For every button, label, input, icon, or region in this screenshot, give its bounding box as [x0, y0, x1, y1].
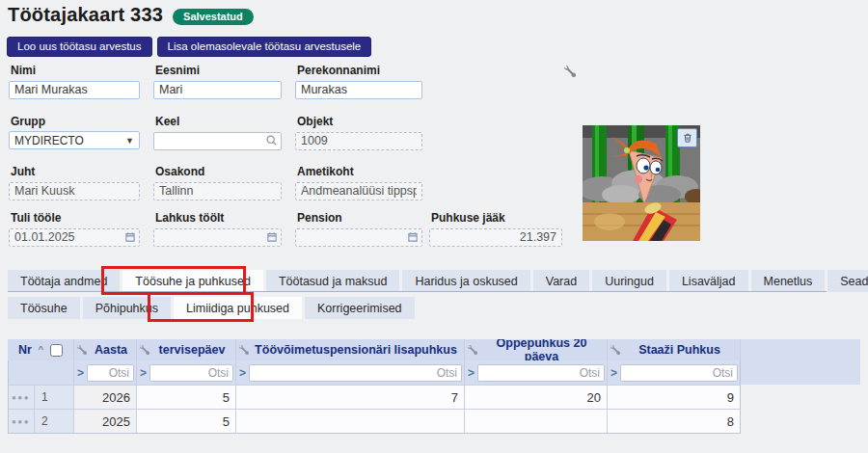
tab-tootaja-andmed[interactable]: Töötaja andmed [8, 270, 120, 292]
tab-seadistused[interactable]: Seadistused [827, 270, 868, 292]
grupp-selected-value: MYDIRECTO [14, 134, 84, 147]
column-label-oppepuhkus: Õppepuhkus 20 päeva [479, 339, 604, 360]
subtab-limiidiga-puhkused[interactable]: Limiidiga puhkused [174, 297, 302, 319]
subtab-korrigeerimised[interactable]: Korrigeerimised [305, 297, 415, 319]
cell-staazi-puhkus[interactable]: 8 [608, 410, 741, 433]
cell-toovoimetus[interactable] [236, 410, 465, 433]
sub-tab-bar: Töösuhe Põhipuhkus Limiidiga puhkused Ko… [8, 297, 415, 319]
field-keel-label: Keel [155, 115, 282, 128]
nr-column-label: Nr [18, 343, 32, 357]
employee-card-page: Töötajakaart 333 Salvestatud Loo uus töö… [0, 0, 868, 453]
lahkus-toolt-input[interactable] [153, 228, 282, 247]
filter-input-toovoimetus[interactable] [249, 364, 462, 382]
ametikoht-input [295, 182, 422, 200]
perekonnanimi-input[interactable] [295, 81, 422, 99]
page-header: Töötajakaart 333 Salvestatud [8, 4, 254, 26]
cell-oppepuhkus[interactable] [465, 410, 608, 433]
magnifier-icon [265, 134, 278, 147]
field-nimi: Nimi [9, 64, 140, 99]
row-menu-cell: ●●● [8, 410, 35, 433]
field-nimi-label: Nimi [11, 64, 140, 77]
field-objekt: Objekt [295, 115, 422, 150]
create-payroll-button[interactable]: Loo uus töötasu arvestus [7, 37, 152, 57]
header-staazi-puhkus[interactable]: Staaži Puhkus [608, 339, 741, 360]
column-label-aasta: Aasta [89, 343, 133, 357]
field-perekonnanimi-label: Perekonnanimi [297, 64, 422, 77]
table-row: ●●● 1 2026 5 7 20 9 [8, 385, 741, 409]
wrench-icon[interactable] [239, 345, 249, 355]
tab-lisavaljad[interactable]: Lisaväljad [669, 270, 748, 292]
field-osakond: Osakond [153, 165, 282, 200]
eesnimi-input[interactable] [153, 81, 282, 99]
field-lahkus-toolt: Lahkus töölt [153, 211, 282, 247]
tab-menetlus[interactable]: Menetlus [751, 270, 826, 292]
tab-tootasud-ja-maksud[interactable]: Töötasud ja maksud [266, 270, 400, 292]
vacation-limits-table: Nr ^ Aasta tervisepäev Töövõimetuspensio… [8, 339, 741, 433]
cell-aasta[interactable]: 2026 [74, 386, 137, 409]
tuli-toole-input[interactable] [9, 228, 140, 247]
table-row: ●●● 2 2025 5 8 [8, 409, 741, 433]
tab-uuringud[interactable]: Uuringud [592, 270, 666, 292]
filter-oppepuhkus-cell: > [465, 360, 608, 385]
wrench-icon[interactable] [140, 345, 149, 355]
header-toovoimetus[interactable]: Töövõimetuspensionäri lisapuhkus [236, 339, 465, 360]
row-menu-cell: ●●● [8, 386, 35, 409]
filter-nr-cell [8, 360, 74, 385]
header-aasta[interactable]: Aasta [74, 339, 137, 360]
chevron-right-icon[interactable]: > [238, 366, 247, 380]
tab-haridus-ja-oskused[interactable]: Haridus ja oskused [402, 270, 529, 292]
chevron-right-icon[interactable]: > [467, 366, 475, 380]
delete-photo-button[interactable] [677, 128, 697, 147]
caret-up-icon[interactable]: ^ [39, 345, 43, 356]
wrench-icon[interactable] [610, 345, 620, 355]
filter-input-staazi[interactable] [620, 364, 738, 382]
wrench-icon[interactable] [468, 345, 477, 355]
wrench-icon[interactable] [77, 345, 87, 355]
tab-bar-divider [8, 291, 827, 292]
action-button-row: Loo uus töötasu arvestus Lisa olemasolev… [7, 37, 371, 57]
field-keel: Keel [153, 115, 282, 150]
cell-tervisepaev[interactable]: 5 [137, 410, 236, 433]
nimi-input[interactable] [9, 81, 140, 99]
table-header-row: Nr ^ Aasta tervisepäev Töövõimetuspensio… [8, 339, 741, 360]
ellipsis-icon[interactable]: ●●● [12, 393, 30, 402]
pension-input[interactable] [295, 228, 422, 247]
filter-input-oppepuhkus[interactable] [477, 364, 605, 382]
calendar-icon[interactable] [406, 230, 419, 243]
header-oppepuhkus[interactable]: Õppepuhkus 20 päeva [465, 339, 608, 360]
chevron-right-icon[interactable]: > [139, 366, 148, 380]
tab-toosuhe-ja-puhkused[interactable]: Töösuhe ja puhkused [122, 270, 263, 292]
main-tab-bar: Töötaja andmed Töösuhe ja puhkused Tööta… [8, 270, 868, 292]
add-to-payroll-button[interactable]: Lisa olemasolevale töötasu arvestusele [157, 37, 372, 57]
filter-input-tervisepaev[interactable] [149, 364, 233, 382]
filter-aasta-cell: > [74, 360, 137, 385]
wrench-icon[interactable] [564, 64, 576, 75]
column-label-toovoimetus: Töövõimetuspensionäri lisapuhkus [251, 343, 461, 357]
cell-staazi-puhkus[interactable]: 9 [608, 386, 741, 409]
grupp-select[interactable]: MYDIRECTO ▼ [9, 131, 140, 149]
calendar-icon[interactable] [123, 230, 136, 243]
field-ametikoht: Ametikoht [295, 165, 422, 200]
tab-varad[interactable]: Varad [533, 270, 589, 292]
chevron-right-icon[interactable]: > [610, 366, 618, 380]
subtab-toosuhe[interactable]: Töösuhe [8, 297, 80, 319]
subtab-pohipuhkus[interactable]: Põhipuhkus [83, 297, 171, 319]
filter-staazi-cell: > [608, 360, 741, 385]
calendar-icon[interactable] [265, 230, 278, 243]
field-pension-label: Pension [297, 211, 422, 225]
cell-aasta[interactable]: 2025 [74, 410, 137, 433]
cell-oppepuhkus[interactable]: 20 [465, 386, 608, 409]
header-tervisepaev[interactable]: tervisepäev [137, 339, 236, 360]
select-all-checkbox[interactable] [50, 344, 63, 357]
cell-tervisepaev[interactable]: 5 [137, 386, 236, 409]
cell-nr: 2 [35, 410, 74, 433]
chevron-down-icon: ▼ [125, 136, 134, 146]
keel-input[interactable] [153, 132, 282, 150]
cell-toovoimetus[interactable]: 7 [236, 386, 465, 409]
chevron-right-icon[interactable]: > [76, 366, 85, 380]
ellipsis-icon[interactable]: ●●● [12, 417, 30, 426]
osakond-input [153, 182, 282, 200]
objekt-input [295, 132, 422, 150]
filter-input-aasta[interactable] [87, 364, 134, 382]
cell-nr: 1 [35, 386, 74, 409]
